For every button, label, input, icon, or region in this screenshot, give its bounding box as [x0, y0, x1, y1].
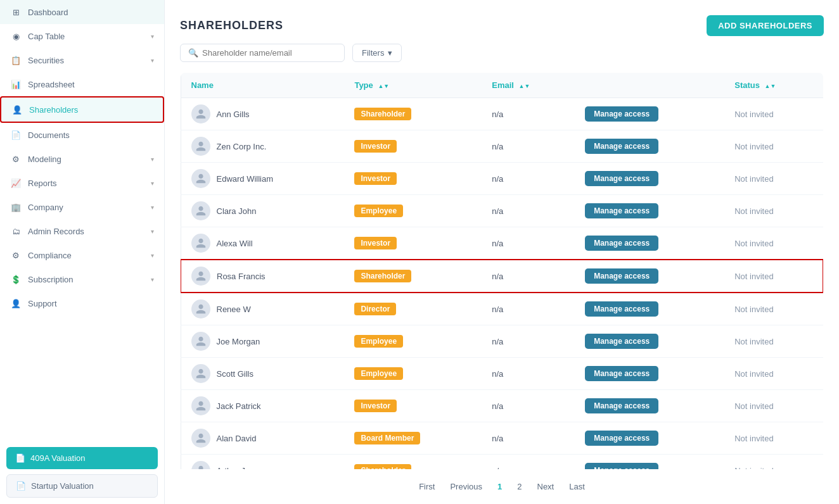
- name-cell: Alan David: [181, 422, 344, 455]
- manage-access-button[interactable]: Manage access: [585, 463, 658, 469]
- status-value: Not invited: [734, 174, 773, 184]
- type-cell: Director: [344, 293, 482, 325]
- avatar: [191, 299, 210, 318]
- type-cell: Employee: [344, 325, 482, 358]
- col-type[interactable]: Type ▲▼: [344, 73, 482, 98]
- manage-access-button[interactable]: Manage access: [585, 203, 658, 218]
- sidebar-item-compliance[interactable]: ⚙ Compliance ▾: [0, 243, 164, 267]
- sidebar-item-support[interactable]: 👤 Support: [0, 291, 164, 315]
- email-cell: n/a: [482, 422, 575, 455]
- action-cell: Manage access: [575, 130, 724, 163]
- manage-access-button[interactable]: Manage access: [585, 431, 658, 446]
- col-status[interactable]: Status ▲▼: [724, 73, 823, 98]
- sidebar-item-modeling[interactable]: ⚙ Modeling ▾: [0, 147, 164, 171]
- type-cell: Investor: [344, 130, 482, 163]
- sidebar-item-spreadsheet[interactable]: 📊 Spreadsheet: [0, 72, 164, 96]
- table-row: Alexa Will Investor n/a Manage access No…: [181, 227, 823, 260]
- name-cell: Ann Gills: [181, 98, 344, 130]
- email-cell: n/a: [482, 260, 575, 293]
- email-value: n/a: [492, 305, 503, 314]
- email-cell: n/a: [482, 455, 575, 470]
- manage-access-button[interactable]: Manage access: [585, 268, 658, 284]
- chevron-icon: ▾: [151, 276, 154, 283]
- table-row: Ann Gills Shareholder n/a Manage access …: [181, 98, 823, 130]
- sidebar-item-admin-records[interactable]: 🗂 Admin Records ▾: [0, 219, 164, 243]
- type-badge: Shareholder: [354, 108, 411, 120]
- search-input[interactable]: [202, 48, 336, 58]
- type-badge: Employee: [354, 205, 403, 217]
- pagination-last[interactable]: Last: [564, 479, 590, 494]
- type-cell: Board Member: [344, 422, 482, 455]
- row-name: Clara John: [217, 206, 257, 216]
- name-cell: Jack Patrick: [181, 390, 344, 422]
- manage-access-button[interactable]: Manage access: [585, 366, 658, 381]
- table-row: Joe Morgan Employee n/a Manage access No…: [181, 325, 823, 358]
- status-cell: Not invited: [724, 422, 823, 455]
- sidebar-item-dashboard[interactable]: ⊞ Dashboard: [0, 0, 164, 24]
- reports-icon: 📈: [10, 177, 22, 189]
- email-value: n/a: [492, 272, 503, 281]
- sidebar-item-company[interactable]: 🏢 Company ▾: [0, 195, 164, 219]
- type-cell: Investor: [344, 227, 482, 260]
- person-icon: [195, 108, 207, 120]
- col-email[interactable]: Email ▲▼: [482, 73, 575, 98]
- avatar: [191, 267, 210, 286]
- sidebar-item-label: Modeling: [28, 154, 144, 164]
- action-cell: Manage access: [575, 195, 724, 227]
- table-row: Edward William Investor n/a Manage acces…: [181, 163, 823, 195]
- pagination-previous[interactable]: Previous: [445, 479, 487, 494]
- avatar: [191, 201, 210, 220]
- sidebar-item-subscription[interactable]: 💲 Subscription ▾: [0, 267, 164, 291]
- sidebar-card-409a[interactable]: 📄 409A Valuation: [6, 447, 158, 469]
- manage-access-button[interactable]: Manage access: [585, 334, 658, 349]
- manage-access-button[interactable]: Manage access: [585, 171, 658, 186]
- avatar: [191, 396, 210, 415]
- type-sort-icon: ▲▼: [378, 83, 389, 89]
- table-row: Clara John Employee n/a Manage access No…: [181, 195, 823, 227]
- email-value: n/a: [492, 401, 503, 411]
- pagination-page-1[interactable]: 1: [492, 479, 507, 494]
- person-icon: [195, 141, 207, 152]
- type-badge: Shareholder: [354, 464, 411, 469]
- manage-access-button[interactable]: Manage access: [585, 301, 658, 317]
- admin-records-icon: 🗂: [10, 225, 22, 237]
- col-name[interactable]: Name: [181, 73, 344, 98]
- action-cell: Manage access: [575, 227, 724, 260]
- action-cell: Manage access: [575, 390, 724, 422]
- avatar: [191, 234, 210, 253]
- avatar: [191, 104, 210, 123]
- person-icon: [195, 173, 207, 184]
- row-name: Zen Corp Inc.: [217, 142, 267, 151]
- pagination-page-2[interactable]: 2: [512, 479, 527, 494]
- chevron-icon: ▾: [151, 204, 154, 211]
- search-box: 🔍: [180, 44, 345, 62]
- manage-access-button[interactable]: Manage access: [585, 398, 658, 413]
- manage-access-button[interactable]: Manage access: [585, 139, 658, 154]
- sidebar-item-shareholders[interactable]: 👤 Shareholders: [0, 96, 164, 123]
- name-cell: Scott Gills: [181, 358, 344, 390]
- sidebar-item-reports[interactable]: 📈 Reports ▾: [0, 171, 164, 195]
- pagination-next[interactable]: Next: [532, 479, 560, 494]
- manage-access-button[interactable]: Manage access: [585, 106, 658, 122]
- filters-button[interactable]: Filters ▾: [352, 44, 402, 62]
- sidebar-item-label: Dashboard: [28, 8, 154, 17]
- status-cell: Not invited: [724, 195, 823, 227]
- document-icon-2: 📄: [16, 481, 26, 491]
- sidebar-item-documents[interactable]: 📄 Documents: [0, 123, 164, 147]
- person-icon: [195, 368, 207, 379]
- row-name: Renee W: [217, 305, 251, 314]
- type-badge: Director: [354, 303, 396, 315]
- email-value: n/a: [492, 239, 503, 248]
- sidebar-card-startup[interactable]: 📄 Startup Valuation: [6, 474, 158, 498]
- table-row: Rosa Francis Shareholder n/a Manage acce…: [181, 260, 823, 293]
- sidebar-item-securities[interactable]: 📋 Securities ▾: [0, 48, 164, 72]
- avatar: [191, 461, 210, 469]
- name-cell: Renee W: [181, 293, 344, 325]
- pagination-first[interactable]: First: [414, 479, 440, 494]
- type-badge: Investor: [354, 400, 397, 412]
- add-shareholders-button[interactable]: ADD SHAREHOLDERS: [707, 15, 824, 36]
- sidebar-item-cap-table[interactable]: ◉ Cap Table ▾: [0, 24, 164, 48]
- chevron-icon: ▾: [151, 156, 154, 163]
- sidebar-bottom: 📄 409A Valuation 📄 Startup Valuation: [0, 441, 164, 504]
- manage-access-button[interactable]: Manage access: [585, 236, 658, 251]
